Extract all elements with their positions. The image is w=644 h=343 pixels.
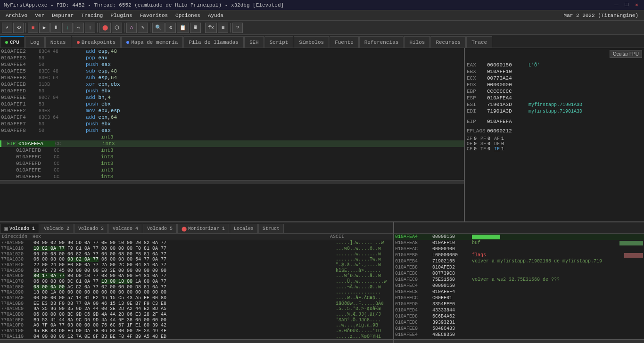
reg-eax-row: EAX 00000150 L'Ô' — [467, 62, 642, 68]
stack-row: 010AFEDC 39393231 — [394, 319, 644, 326]
tab-seh[interactable]: SEH — [244, 36, 264, 48]
menu-ver[interactable]: Ver — [31, 12, 48, 19]
tb-log[interactable]: 📋 — [177, 23, 189, 33]
menu-favoritos[interactable]: Favoritos — [136, 12, 172, 19]
maximize-button[interactable]: □ — [623, 1, 630, 9]
stack-tab-bar — [394, 222, 644, 234]
tab-breakpoints[interactable]: Breakpoints — [72, 36, 121, 48]
tab-log-label: Log — [30, 40, 40, 45]
btab-dump3[interactable]: Volcado 3 — [74, 224, 108, 233]
tb-hardware-bp[interactable]: ⬡ — [112, 23, 122, 33]
dump-row: 770A10F0A0 7F 0A 77 03 00 00 00 76 6C 67… — [0, 323, 393, 328]
flags-row-1: ZF 0 PF 0 AF 1 — [467, 136, 642, 141]
hide-fpu-button[interactable]: Ocultar FPU — [610, 50, 642, 58]
disasm-row: 010AFEE2 83C4 48 add esp,48 — [0, 48, 464, 55]
dump-section: Volcado 1 Volcado 2 Volcado 3 Volcado 4 … — [0, 222, 394, 343]
flag-af: AF 1 — [494, 136, 504, 141]
flags-row-3: CF 0 TF 0 IF 1 — [467, 147, 642, 152]
disasm-panel[interactable]: 010AFEE2 83C4 48 add esp,48 010AFEE3 58 … — [0, 48, 465, 221]
stack-row: 010AFEAC 00000400 — [394, 246, 644, 252]
btab-struct[interactable]: Struct — [258, 224, 284, 233]
dump-col-addr: Dirección — [2, 234, 33, 239]
btab-dump4[interactable]: Volcado 4 — [108, 224, 142, 233]
tb-pause[interactable]: ⏸ — [50, 23, 61, 33]
tab-trace[interactable]: Trace — [466, 36, 492, 48]
tb-stop[interactable]: ■ — [28, 23, 38, 33]
btab-monitor1[interactable]: ⬤ Monitorizar 1 — [177, 224, 229, 233]
tb-run[interactable]: ▶ — [39, 23, 50, 33]
reg-esp-row: ESP 010AFEA4 — [467, 95, 642, 101]
tab-source[interactable]: Fuente — [330, 36, 359, 48]
tb-calc[interactable]: 🖩 — [190, 23, 201, 33]
tab-symbols[interactable]: Símbolos — [294, 36, 329, 48]
tb-restart[interactable]: ⟲ — [13, 23, 24, 33]
dump-tab-bar: Volcado 1 Volcado 2 Volcado 3 Volcado 4 … — [0, 222, 393, 234]
btab-dump2[interactable]: Volcado 2 — [40, 224, 74, 233]
menu-tracing[interactable]: Tracing — [77, 12, 107, 19]
menu-date: Mar 2 2022 (TitanEngine) — [560, 12, 642, 19]
disasm-hscroll[interactable] — [0, 180, 464, 184]
flag-cf: CF 0 — [467, 147, 477, 152]
dump-hscroll[interactable] — [0, 339, 393, 343]
tb-asm[interactable]: A — [126, 23, 137, 33]
btab-dump1[interactable]: Volcado 1 — [0, 224, 39, 233]
disasm-row: 010AFEF8 50 push eax — [0, 127, 464, 134]
minimize-button[interactable]: ─ — [612, 1, 620, 9]
stack-row: 010AFED8 6C6B4A62 — [394, 313, 644, 319]
tab-memory-map[interactable]: Mapa de memoria — [121, 36, 183, 48]
disasm-row: 010AFEF1 53 push ebx — [0, 101, 464, 107]
tb-settings[interactable]: ⚙ — [165, 23, 176, 33]
dump-row: 770A103006 00 08 00 08 82 0A 77 06 00 08… — [0, 257, 393, 262]
stack-row: 010AFEB8 010AFED2 — [394, 264, 644, 270]
reg-eip-row: EIP 010AFEFA — [467, 118, 642, 125]
tab-notas[interactable]: Notas — [45, 36, 71, 48]
dump-row: 770A108008 00 0A 00 AC C2 0A 77 02 00 00… — [0, 284, 393, 290]
btab-dump5[interactable]: Volcado 5 — [143, 224, 177, 233]
tb-plugins2[interactable]: ≡ — [218, 23, 228, 33]
tab-script[interactable]: Script — [264, 36, 294, 48]
tb-script[interactable]: fx — [205, 23, 217, 33]
tb-patch[interactable]: ✎ — [138, 23, 148, 33]
flag-if: IF 1 — [494, 147, 504, 152]
stack-row: 010AFEE0 5848C483 — [394, 326, 644, 332]
menu-plugins[interactable]: Plugins — [107, 12, 136, 19]
tab-cpu[interactable]: CPU — [0, 36, 25, 48]
stack-panel[interactable]: 010AFEA4 00000150 010AFEA8 010AFF10 buf … — [394, 234, 644, 339]
tb-step-out[interactable]: ↑ — [85, 23, 95, 33]
menu-opciones[interactable]: Opciones — [172, 12, 204, 19]
close-button[interactable]: ✕ — [633, 1, 640, 9]
stack-hscroll[interactable] — [394, 339, 644, 343]
flag-of: OF 0 — [467, 141, 477, 147]
stack-row: 010AFEB4 71902165 volver a myfirstapp.71… — [394, 258, 644, 264]
disasm-row: 010AFEE8 83EC 64 sub esp,64 — [0, 74, 464, 81]
tb-step-into[interactable]: ↓ — [62, 23, 73, 33]
dump-row: 770A100000 00 02 00 90 5D 0A 77 0E 00 10… — [0, 240, 393, 246]
tb-bp[interactable]: ⬤ — [99, 23, 111, 33]
dump-content[interactable]: 770A100000 00 02 00 90 5D 0A 77 0E 00 10… — [0, 240, 393, 339]
disasm-row: 010AFEEE 80C7 04 add bh,4 — [0, 94, 464, 101]
tb-help[interactable]: ? — [232, 23, 243, 33]
btab-struct-label: Struct — [263, 226, 280, 231]
tab-threads-label: Hilos — [409, 40, 425, 45]
stack-row: 010AFEB0 L00000000 flags — [394, 252, 644, 258]
btab-locales[interactable]: Locales — [230, 224, 258, 233]
tab-log[interactable]: Log — [25, 36, 45, 48]
tab-references[interactable]: Referencias — [359, 36, 404, 48]
reg-ebp-row: EBP CCCCCCCC — [467, 88, 642, 95]
menu-archivo[interactable]: Archivo — [2, 12, 31, 19]
stack-row: 010AFEBC 007739C8 — [394, 270, 644, 277]
tab-threads[interactable]: Hilos — [404, 36, 430, 48]
tb-step-over[interactable]: ↷ — [74, 23, 84, 33]
tab-resources[interactable]: Recursos — [430, 36, 466, 48]
tab-call-stack[interactable]: Pila de llamadas — [183, 36, 244, 48]
dump-row: 770A109018 00 1A 00 00 00 00 00 00 00 00… — [0, 290, 393, 295]
reg-esi-row: ESI 71901A3D myfirstapp.71901A3D — [467, 101, 642, 108]
menu-depurar[interactable]: Depurar — [48, 12, 77, 19]
reg-ecx-row: ECX 00773A24 — [467, 75, 642, 82]
reg-edi-row: EDI 71901A3D myfirstapp.71901A3D — [467, 108, 642, 114]
menu-ayuda[interactable]: Ayuda — [204, 12, 227, 19]
stack-row: 010AFEE4 48EC8350 — [394, 332, 644, 338]
tb-open[interactable]: ⚡ — [2, 23, 12, 33]
tb-search[interactable]: 🔍 — [152, 23, 165, 33]
flag-pf: PF 0 — [480, 136, 490, 141]
